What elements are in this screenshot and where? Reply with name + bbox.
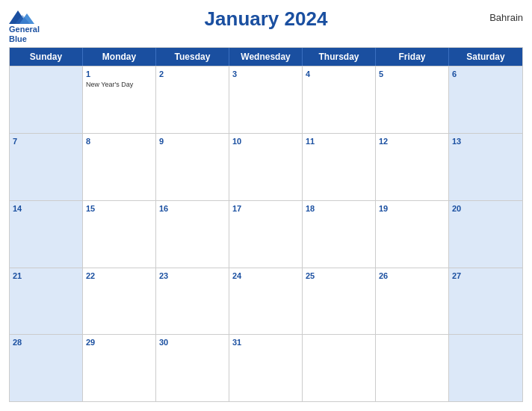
calendar: Sunday Monday Tuesday Wednesday Thursday… xyxy=(9,47,523,402)
day-number: 31 xyxy=(232,337,299,347)
day-headers: Sunday Monday Tuesday Wednesday Thursday… xyxy=(10,48,522,66)
day-cell-3-7: 20 xyxy=(449,201,522,268)
day-number: 17 xyxy=(232,203,299,214)
day-cell-3-4: 17 xyxy=(229,201,303,268)
day-cell-1-6: 5 xyxy=(376,67,449,133)
week-row-5: 28293031 xyxy=(10,334,522,401)
day-cell-1-2: 1New Year's Day xyxy=(83,67,156,133)
day-cell-5-3: 30 xyxy=(156,335,229,401)
day-number: 16 xyxy=(159,203,226,214)
day-cell-3-2: 15 xyxy=(83,201,156,268)
day-number: 24 xyxy=(232,271,299,281)
day-cell-2-1: 7 xyxy=(10,134,83,200)
day-number: 9 xyxy=(159,136,226,146)
calendar-body: 1New Year's Day2345678910111213141516171… xyxy=(10,66,522,401)
logo-text: General Blue xyxy=(9,25,40,44)
day-cell-3-3: 16 xyxy=(156,201,229,268)
day-cell-3-5: 18 xyxy=(303,201,376,268)
day-number: 19 xyxy=(379,203,445,214)
day-cell-3-6: 19 xyxy=(376,201,449,268)
day-number: 13 xyxy=(452,136,519,146)
calendar-page: General Blue January 2024 Bahrain Sunday… xyxy=(0,0,532,411)
day-number: 14 xyxy=(13,203,79,214)
day-cell-1-1 xyxy=(10,67,83,133)
day-cell-2-7: 13 xyxy=(449,134,522,200)
week-row-4: 21222324252627 xyxy=(10,268,522,335)
day-cell-1-4: 3 xyxy=(229,67,303,133)
day-number: 22 xyxy=(86,271,152,281)
week-row-3: 14151617181920 xyxy=(10,200,522,268)
day-number: 4 xyxy=(306,69,372,79)
day-cell-4-1: 21 xyxy=(10,268,83,335)
day-cell-4-6: 26 xyxy=(376,268,449,335)
day-number: 28 xyxy=(13,337,79,347)
day-cell-4-7: 27 xyxy=(449,268,522,335)
day-cell-5-7 xyxy=(449,335,522,401)
logo-icon xyxy=(9,7,36,24)
day-cell-5-4: 31 xyxy=(229,335,303,401)
day-cell-4-5: 25 xyxy=(303,268,376,335)
day-number: 21 xyxy=(13,271,79,281)
header-friday: Friday xyxy=(376,48,449,66)
day-number: 29 xyxy=(86,337,152,347)
day-number: 26 xyxy=(379,271,445,281)
day-number: 2 xyxy=(159,69,226,79)
day-cell-5-2: 29 xyxy=(83,335,156,401)
day-cell-2-4: 10 xyxy=(229,134,303,200)
day-number: 20 xyxy=(452,203,519,214)
day-cell-4-2: 22 xyxy=(83,268,156,335)
day-number: 11 xyxy=(306,136,372,146)
day-cell-2-2: 8 xyxy=(83,134,156,200)
header-thursday: Thursday xyxy=(303,48,376,66)
day-cell-2-5: 11 xyxy=(303,134,376,200)
day-number: 15 xyxy=(86,203,152,214)
day-number: 1 xyxy=(86,69,152,79)
week-row-1: 1New Year's Day23456 xyxy=(10,66,522,133)
header-saturday: Saturday xyxy=(449,48,522,66)
day-number: 23 xyxy=(159,271,226,281)
header-tuesday: Tuesday xyxy=(156,48,229,66)
day-number: 18 xyxy=(306,203,372,214)
day-number: 10 xyxy=(232,136,299,146)
day-number: 30 xyxy=(159,337,226,347)
day-number: 27 xyxy=(452,271,519,281)
day-number: 12 xyxy=(379,136,445,146)
event-label: New Year's Day xyxy=(86,81,152,89)
day-number: 3 xyxy=(232,69,299,79)
day-cell-4-3: 23 xyxy=(156,268,229,335)
day-number: 7 xyxy=(13,136,79,146)
header-wednesday: Wednesday xyxy=(229,48,303,66)
header-monday: Monday xyxy=(83,48,156,66)
day-cell-4-4: 24 xyxy=(229,268,303,335)
page-header: General Blue January 2024 Bahrain xyxy=(9,7,523,44)
day-number: 8 xyxy=(86,136,152,146)
day-cell-2-3: 9 xyxy=(156,134,229,200)
day-cell-2-6: 12 xyxy=(376,134,449,200)
day-cell-1-3: 2 xyxy=(156,67,229,133)
calendar-title: January 2024 xyxy=(76,7,456,31)
day-cell-5-5 xyxy=(303,335,376,401)
day-cell-1-5: 4 xyxy=(303,67,376,133)
day-cell-5-6 xyxy=(376,335,449,401)
country-label: Bahrain xyxy=(456,7,523,23)
header-sunday: Sunday xyxy=(10,48,83,66)
day-number: 25 xyxy=(306,271,372,281)
day-cell-5-1: 28 xyxy=(10,335,83,401)
day-cell-3-1: 14 xyxy=(10,201,83,268)
day-number: 6 xyxy=(452,69,519,79)
day-number: 5 xyxy=(379,69,445,79)
week-row-2: 78910111213 xyxy=(10,133,522,200)
logo-area: General Blue xyxy=(9,7,76,44)
day-cell-1-7: 6 xyxy=(449,67,522,133)
title-area: January 2024 xyxy=(76,7,456,31)
